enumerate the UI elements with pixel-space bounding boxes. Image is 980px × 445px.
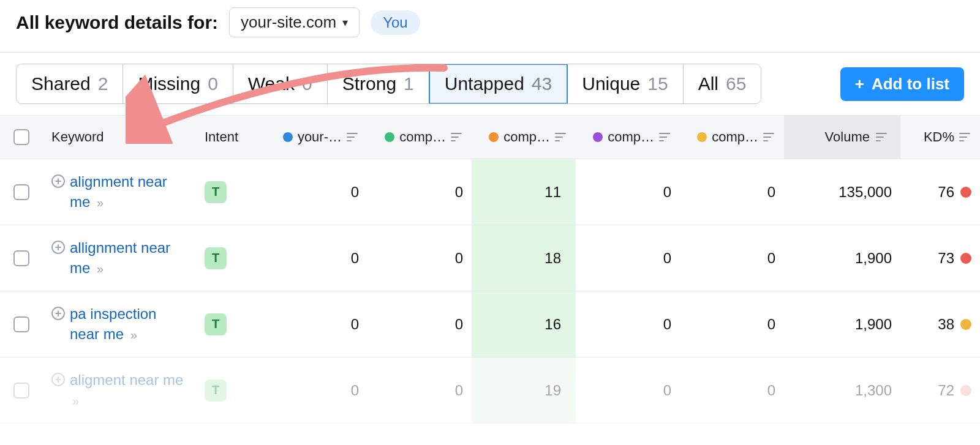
dot-icon (593, 132, 603, 142)
tab-weak[interactable]: Weak0 (233, 64, 328, 103)
dot-icon (385, 132, 394, 142)
tab-strong[interactable]: Strong1 (328, 64, 429, 103)
sort-icon (659, 133, 671, 141)
cell-comp3: 0 (576, 305, 680, 344)
table-header: Keyword Intent your-… comp… comp… comp… … (0, 115, 980, 159)
select-all-checkbox[interactable] (13, 129, 29, 145)
chevron-right-icon: » (72, 394, 79, 408)
sort-icon (555, 133, 567, 141)
sort-icon (451, 133, 463, 141)
expand-icon[interactable]: + (51, 307, 65, 320)
kd-difficulty-dot (960, 187, 971, 198)
tab-count: 65 (726, 73, 746, 94)
cell-comp4: 0 (680, 371, 784, 410)
cell-comp1: 0 (368, 371, 472, 410)
cell-comp2: 16 (472, 291, 576, 357)
row-checkbox[interactable] (13, 383, 29, 398)
tab-missing[interactable]: Missing0 (123, 64, 233, 103)
column-header-competitor-3[interactable]: comp… (576, 129, 680, 145)
expand-icon[interactable]: + (51, 174, 65, 188)
cell-volume: 1,300 (784, 371, 900, 410)
intent-badge: T (205, 181, 227, 203)
column-header-competitor-4[interactable]: comp… (680, 129, 784, 145)
you-badge: You (371, 10, 420, 35)
sort-icon (959, 133, 971, 141)
site-selector[interactable]: your-site.com ▾ (229, 7, 360, 37)
tab-count: 15 (647, 73, 668, 94)
tab-untapped[interactable]: Untapped43 (429, 64, 568, 104)
site-selector-value: your-site.com (241, 13, 336, 32)
column-header-competitor-2[interactable]: comp… (472, 129, 576, 145)
tab-shared[interactable]: Shared2 (17, 64, 123, 103)
sort-icon (347, 133, 359, 141)
chevron-right-icon: » (97, 262, 104, 275)
cell-comp3: 0 (576, 239, 680, 278)
tab-count: 2 (98, 73, 108, 94)
cell-kd: 38 (900, 305, 980, 344)
column-header-competitor-1[interactable]: comp… (368, 129, 472, 145)
table-row: +allignment near me »T0018001,90073 (0, 225, 980, 291)
keyword-link[interactable]: alignment near me » (70, 172, 187, 212)
row-checkbox[interactable] (13, 184, 29, 200)
dot-icon (283, 132, 293, 142)
cell-comp1: 0 (368, 305, 472, 344)
tab-label: Strong (342, 73, 396, 94)
dot-icon (489, 132, 499, 142)
tab-label: Missing (138, 73, 200, 94)
tab-label: Untapped (445, 73, 524, 94)
sort-icon (763, 133, 775, 141)
keyword-link[interactable]: allignment near me » (70, 238, 187, 278)
filter-bar: Shared2Missing0Weak0Strong1Untapped43Uni… (0, 53, 980, 115)
kd-difficulty-dot (960, 253, 971, 264)
column-header-kd[interactable]: KD% (900, 129, 980, 145)
tab-label: Weak (248, 73, 295, 94)
tab-label: All (698, 73, 718, 94)
tab-label: Shared (31, 73, 91, 94)
table-body: +alignment near me »T001100135,00076+all… (0, 159, 980, 424)
keyword-link[interactable]: aligment near me » (70, 370, 187, 410)
keyword-link[interactable]: pa inspection near me » (70, 304, 187, 344)
cell-comp4: 0 (680, 173, 784, 212)
tab-count: 0 (302, 73, 312, 94)
add-to-list-label: Add to list (872, 75, 949, 94)
tab-unique[interactable]: Unique15 (567, 64, 683, 103)
expand-icon[interactable]: + (51, 241, 65, 254)
cell-comp2: 11 (472, 159, 576, 225)
table-row: +alignment near me »T001100135,00076 (0, 159, 980, 225)
tab-all[interactable]: All65 (684, 64, 761, 103)
tab-count: 0 (208, 73, 218, 94)
cell-comp4: 0 (680, 305, 784, 344)
page-title: All keyword details for: (16, 12, 218, 33)
intent-badge: T (205, 380, 227, 402)
table-row: +pa inspection near me »T0016001,90038 (0, 291, 980, 357)
kd-difficulty-dot (960, 319, 971, 330)
cell-kd: 72 (900, 371, 980, 410)
column-header-keyword[interactable]: Keyword (43, 129, 196, 145)
filter-tabs: Shared2Missing0Weak0Strong1Untapped43Uni… (16, 64, 761, 104)
row-checkbox[interactable] (13, 316, 29, 332)
column-header-volume[interactable]: Volume (784, 116, 900, 159)
tab-count: 43 (532, 73, 552, 94)
cell-volume: 135,000 (784, 173, 900, 212)
expand-icon[interactable]: + (51, 373, 65, 386)
tab-count: 1 (404, 73, 414, 94)
row-checkbox[interactable] (13, 250, 29, 266)
cell-comp3: 0 (576, 173, 680, 212)
table-row: +aligment near me »T0019001,30072 (0, 357, 980, 424)
cell-comp2: 19 (472, 357, 576, 423)
chevron-right-icon: » (97, 196, 104, 209)
column-header-your-site[interactable]: your-… (263, 129, 368, 145)
plus-icon: + (855, 75, 864, 94)
add-to-list-button[interactable]: + Add to list (840, 67, 964, 101)
intent-badge: T (205, 313, 227, 335)
cell-kd: 76 (900, 173, 980, 212)
column-header-intent[interactable]: Intent (196, 129, 263, 145)
cell-comp1: 0 (368, 239, 472, 278)
cell-kd: 73 (900, 239, 980, 278)
keyword-table: Keyword Intent your-… comp… comp… comp… … (0, 115, 980, 424)
tab-label: Unique (582, 73, 640, 94)
cell-your: 0 (263, 371, 368, 410)
intent-badge: T (205, 247, 227, 269)
cell-comp1: 0 (368, 173, 472, 212)
chevron-right-icon: » (130, 328, 137, 342)
